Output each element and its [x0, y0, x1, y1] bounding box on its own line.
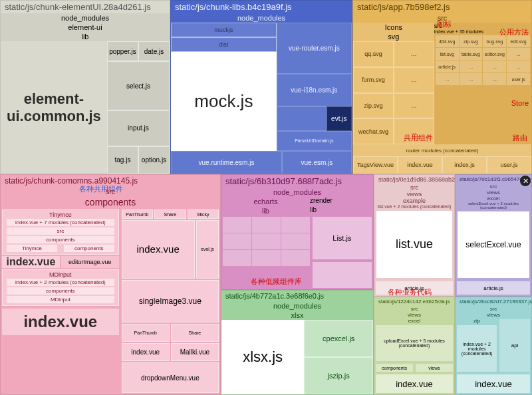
dir-api: api — [499, 319, 530, 372]
chunk-title: static/js/4b772a1c.3e68f6e0.js — [221, 291, 373, 301]
file-index-vue: index.vue — [2, 256, 60, 268]
modules-summary: index.vue + 35 modules — [434, 29, 531, 34]
file-index-vue: index.vue — [376, 374, 453, 393]
file: user.js — [487, 156, 531, 174]
dir-mockjs: mockjs — [171, 23, 277, 37]
chunk-libs: static/js/chunk-libs.b4c19a9f.js node_mo… — [170, 0, 352, 174]
mini-grid: 404.svgzip.svgbug.svgedit.svg list.svgta… — [434, 34, 531, 144]
file: tag.js — [107, 146, 138, 174]
chunk-title: static/js/app.7b598ef2.js — [353, 1, 531, 13]
file-index-vue: index.vue — [457, 374, 530, 393]
chunk-app: static/js/app.7b598ef2.js src Icons svg … — [352, 0, 532, 174]
file: popper.js — [107, 41, 138, 61]
chunk-title: static/js/6b310d97.688f7adc.js — [221, 175, 373, 188]
svg-file: wechat.svg — [353, 118, 394, 144]
file-mock-js: mock.js — [171, 52, 277, 151]
file-input-js: input.js — [107, 110, 170, 146]
file-editor-image: editorImage.vue — [61, 256, 119, 268]
chunk-title: static/js/chunk-elementUI.28a4d261.js — [1, 1, 170, 13]
path-element-ui: element-ui — [1, 23, 170, 32]
mini: … — [394, 67, 434, 93]
file: index.vue — [398, 156, 442, 174]
modules-concat: uploadExcel.vue + 5 modules (concatenate… — [376, 325, 453, 361]
file-article-js: article.js — [376, 281, 453, 295]
file-vue-router: vue-router.esm.js — [277, 23, 352, 74]
col-select-zip: static/js/7dc1d3f3.c96547ee.js src views… — [455, 174, 532, 395]
dir-icons: Icons — [353, 23, 434, 32]
mini: PanThumb — [122, 324, 170, 342]
file: index.js — [442, 156, 487, 174]
path-src: src — [353, 13, 531, 23]
file-list-vue: list.vue — [376, 211, 452, 278]
file: singleImage3.vue — [122, 280, 219, 323]
chunk-upload-excel: static/js/1224b142.e3625cfa.js src views… — [374, 297, 455, 395]
dir-src: src — [434, 23, 531, 29]
chunk-echarts: static/js/6b310d97.688f7adc.js node_modu… — [221, 174, 374, 290]
mini: Sticky — [188, 209, 219, 219]
mini: Share — [171, 324, 219, 342]
chunk-element-ui: static/js/chunk-elementUI.28a4d261.js no… — [0, 0, 170, 174]
file: eval.js — [196, 220, 219, 279]
mini: Share — [154, 209, 186, 219]
chunk-echarts-xlsx: static/js/6b310d97.688f7adc.js node_modu… — [221, 174, 374, 395]
mini — [313, 262, 372, 288]
echarts-grid — [221, 215, 311, 289]
mini: … — [394, 93, 434, 119]
file-vue-runtime: vue.runtime.esm.js — [171, 151, 282, 174]
file: Mallki.vue — [171, 343, 219, 361]
chunk-xlsx: static/js/4b772a1c.3e68f6e0.js node_modu… — [221, 290, 374, 395]
file: date.js — [138, 41, 170, 61]
file: option.js — [138, 146, 170, 174]
file-article-js: article.js — [457, 281, 530, 295]
file: TagsView.vue — [353, 156, 398, 174]
file: index.vue — [122, 220, 195, 279]
dir-dist: dist — [171, 37, 277, 52]
file: index.vue — [122, 343, 170, 361]
svg-file: form.svg — [353, 67, 394, 93]
chunk-title: static/js/chunk-libs.b4c19a9f.js — [171, 1, 352, 13]
modules-concat: router modules (concatenated) — [353, 144, 531, 156]
svg-file: qq.svg — [353, 41, 394, 67]
file: dropdownMenu.vue — [122, 362, 219, 393]
chunk-select-excel: static/js/7dc1d3f3.c96547ee.js src views… — [455, 174, 532, 297]
file-list-js: List.js — [313, 217, 372, 259]
group-tinymce: Tinymce index.vue + 7 modules (concatena… — [2, 209, 119, 255]
path-node-modules: node_modules — [171, 13, 352, 23]
col-list-upload: static/js/0e1d9d86.38568ab2.js src views… — [374, 174, 455, 395]
path-components: components — [1, 196, 220, 208]
file-select-js: select.js — [107, 61, 170, 110]
file: ParseUrlDomain.js — [277, 131, 352, 151]
svg-file: zip.svg — [353, 93, 394, 119]
file — [277, 106, 327, 131]
file-vue-esm: vue.esm.js — [282, 151, 352, 174]
path-lib: lib — [1, 32, 170, 41]
file-jszip: jszip.js — [304, 357, 373, 394]
file-index-vue-big: index.vue — [2, 309, 119, 335]
dir-svg: svg — [353, 32, 434, 41]
file-vue-i18n: vue-i18n.esm.js — [277, 74, 352, 106]
file-xlsx-js: xlsx.js — [221, 320, 304, 394]
chunk-commons: static/js/chunk-comomns.a9904145.js 各种共用… — [0, 174, 221, 395]
file-element-ui-common: element-ui.common.js — [1, 41, 107, 174]
path-src: src — [1, 187, 220, 196]
chunk-title: static/js/chunk-comomns.a9904145.js — [1, 175, 220, 187]
path-node-modules: node_modules — [1, 13, 170, 23]
file-select-excel-vue: selectExcel.vue — [458, 211, 529, 278]
close-icon[interactable]: ✕ — [520, 176, 531, 186]
chunk-zip: static/js/2bcc82d7.27193337.js src views… — [455, 297, 532, 395]
mini: … — [394, 41, 434, 67]
group-mdinput: MDinput index.vue + 2 modules (concatena… — [2, 269, 119, 306]
mini: … — [394, 118, 434, 144]
modules-concat: index.vue + 2 modules (concatenated) — [457, 325, 497, 372]
file-cpexcel: cpexcel.js — [304, 320, 373, 357]
file: evt.js — [327, 106, 352, 131]
chunk-list: static/js/0e1d9d86.38568ab2.js src views… — [374, 174, 455, 297]
mini: PanThumb — [122, 209, 153, 219]
